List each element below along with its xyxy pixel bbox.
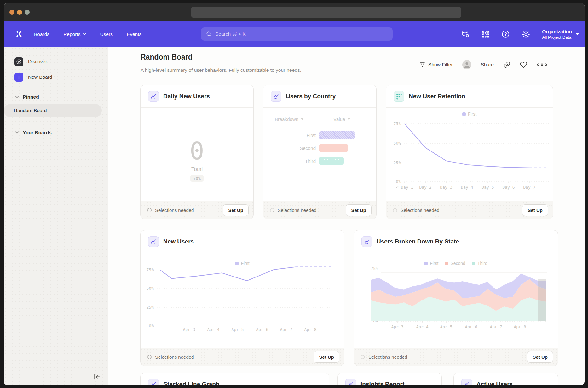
chevron-down-icon xyxy=(301,118,303,120)
delta-badge: ↑0% xyxy=(190,175,203,182)
line-chart-icon xyxy=(461,379,472,385)
status-text: Selections needed xyxy=(361,354,527,360)
svg-text:Apr 8: Apr 8 xyxy=(304,327,316,332)
bar-label: Second xyxy=(275,146,316,151)
nav-item-users[interactable]: Users xyxy=(100,31,112,37)
retention-grid-icon xyxy=(394,91,404,102)
collapse-sidebar-icon[interactable] xyxy=(93,373,101,381)
svg-text:50%: 50% xyxy=(394,141,401,146)
svg-text:25%: 25% xyxy=(147,305,154,310)
set-up-button[interactable]: Set Up xyxy=(223,204,249,216)
more-options-icon[interactable] xyxy=(537,63,547,66)
bar-first xyxy=(319,131,355,139)
svg-text:75%: 75% xyxy=(371,266,378,271)
nav-item-events[interactable]: Events xyxy=(127,31,141,37)
org-name: Organization xyxy=(542,29,572,35)
sidebar: Discover New Board Pinned Random Board Y… xyxy=(4,47,108,385)
svg-text:Apr 5: Apr 5 xyxy=(440,324,452,329)
card-users-by-country: Users by Country Selections needed Set U… xyxy=(263,85,377,219)
card-footer: Selections needed Set Up xyxy=(141,201,253,219)
traffic-light-minimize[interactable] xyxy=(17,10,22,15)
chevron-down-icon xyxy=(83,33,86,35)
svg-text:Apr 5: Apr 5 xyxy=(231,327,244,332)
card-title: Users Broken Down By State xyxy=(377,238,459,245)
empty-circle-icon xyxy=(147,208,152,212)
svg-text:Apr 4: Apr 4 xyxy=(207,327,219,332)
card-footer: Selections needed Set Up xyxy=(386,201,553,219)
new-users-line-chart: 75%50%25%0%Apr 3Apr 4Apr 5Apr 6Apr 7Apr … xyxy=(143,265,332,332)
svg-text:25%: 25% xyxy=(394,160,401,165)
search-input[interactable]: Search ⌘ + K xyxy=(201,27,393,41)
bar-label: Third xyxy=(275,158,316,164)
line-chart-icon xyxy=(345,379,356,385)
page-subtitle: A high-level summary of user behaviors. … xyxy=(141,67,301,73)
set-up-button[interactable]: Set Up xyxy=(314,351,339,363)
card-active-users: Active Users xyxy=(453,373,558,385)
plus-icon xyxy=(14,73,23,82)
svg-text:Apr 3: Apr 3 xyxy=(183,327,195,332)
card-title: Insights Report xyxy=(360,381,404,385)
line-chart-icon xyxy=(148,379,159,385)
card-title: Daily New Users xyxy=(163,93,210,100)
line-chart-icon xyxy=(271,91,281,102)
status-text: Selections needed xyxy=(393,208,522,213)
legend-swatch-first xyxy=(424,262,428,265)
metric-value: 0 xyxy=(140,137,254,165)
nav-item-reports[interactable]: Reports xyxy=(63,31,86,37)
card-title: Users by Country xyxy=(286,93,336,100)
org-switcher[interactable]: Organization All Project Data xyxy=(542,29,579,40)
breakdown-dropdown[interactable]: Breakdown xyxy=(275,117,303,122)
svg-text:?: ? xyxy=(504,31,507,37)
legend-swatch-first xyxy=(462,112,466,116)
card-title: Active Users xyxy=(476,381,513,385)
chart-legend: First xyxy=(386,111,553,117)
browser-window: X Boards Reports Users Events Search ⌘ +… xyxy=(4,3,585,385)
avatar[interactable] xyxy=(462,60,471,69)
url-bar[interactable] xyxy=(191,7,461,18)
bar-third xyxy=(319,157,344,165)
apps-grid-icon[interactable] xyxy=(481,30,490,38)
set-up-button[interactable]: Set Up xyxy=(346,204,372,216)
metric-label: Total xyxy=(140,166,254,173)
svg-text:Day 5: Day 5 xyxy=(481,185,494,190)
svg-text:Apr 6: Apr 6 xyxy=(465,324,477,329)
legend-swatch-third xyxy=(472,262,475,265)
data-management-icon[interactable] xyxy=(461,30,470,38)
stacked-area-chart: 75%50%25%0%Apr 3Apr 4Apr 5Apr 6Apr 7Apr … xyxy=(367,266,556,331)
line-chart-icon xyxy=(148,236,159,247)
set-up-button[interactable]: Set Up xyxy=(527,351,553,363)
traffic-light-close[interactable] xyxy=(9,10,14,15)
compass-icon xyxy=(14,57,23,66)
empty-circle-icon xyxy=(361,355,365,359)
empty-circle-icon xyxy=(393,208,397,212)
card-footer: Selections needed Set Up xyxy=(263,201,376,219)
svg-text:Apr 7: Apr 7 xyxy=(490,324,502,329)
page-title: Random Board xyxy=(141,53,193,61)
settings-gear-icon[interactable] xyxy=(522,30,530,39)
card-title: Stacked Line Graph xyxy=(163,381,219,385)
help-icon[interactable]: ? xyxy=(501,30,510,38)
person-icon xyxy=(462,60,471,69)
sidebar-item-random-board[interactable]: Random Board xyxy=(4,104,102,117)
nav-item-boards[interactable]: Boards xyxy=(34,31,49,37)
sidebar-section-pinned[interactable]: Pinned xyxy=(15,94,39,100)
mixpanel-logo-icon[interactable]: X xyxy=(14,29,24,40)
copy-link-icon[interactable] xyxy=(503,61,510,68)
svg-text:< Day 1: < Day 1 xyxy=(396,185,413,190)
svg-text:0%: 0% xyxy=(396,179,401,184)
sidebar-item-new-board[interactable]: New Board xyxy=(14,73,52,82)
show-filter-button[interactable]: Show Filter xyxy=(420,62,453,67)
value-dropdown[interactable]: Value xyxy=(333,117,350,122)
favorite-heart-icon[interactable] xyxy=(520,61,527,68)
card-footer: Selections needed Set Up xyxy=(354,348,558,366)
svg-text:Apr 3: Apr 3 xyxy=(391,324,403,329)
traffic-light-zoom[interactable] xyxy=(25,10,30,15)
chart-legend: First Second Third xyxy=(354,261,558,266)
line-chart-icon xyxy=(361,236,372,247)
sidebar-item-discover[interactable]: Discover xyxy=(14,57,47,66)
share-button[interactable]: Share xyxy=(481,62,494,67)
top-navbar: X Boards Reports Users Events Search ⌘ +… xyxy=(4,21,585,47)
sidebar-section-your-boards[interactable]: Your Boards xyxy=(15,130,52,135)
set-up-button[interactable]: Set Up xyxy=(522,204,548,216)
card-footer: Selections needed Set Up xyxy=(141,348,344,366)
